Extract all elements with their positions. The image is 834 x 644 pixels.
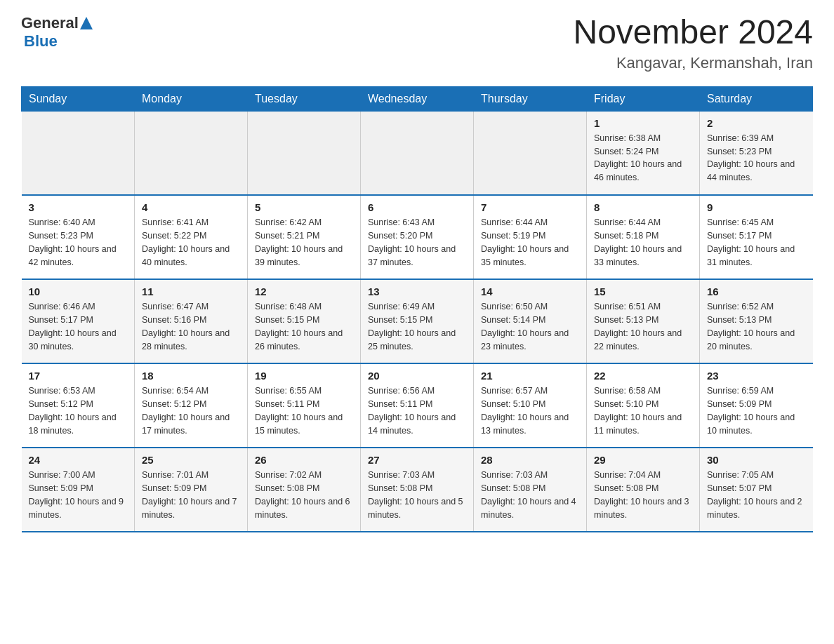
calendar-cell: 7Sunrise: 6:44 AM Sunset: 5:19 PM Daylig… [474,195,587,279]
day-number: 30 [707,454,806,466]
logo-general-text: General [21,14,79,32]
calendar-cell: 15Sunrise: 6:51 AM Sunset: 5:13 PM Dayli… [587,279,700,363]
calendar-table: SundayMondayTuesdayWednesdayThursdayFrid… [21,86,813,533]
calendar-cell: 18Sunrise: 6:54 AM Sunset: 5:12 PM Dayli… [135,363,248,448]
calendar-cell: 4Sunrise: 6:41 AM Sunset: 5:22 PM Daylig… [135,195,248,279]
day-number: 11 [142,286,240,297]
svg-marker-0 [80,17,93,29]
day-info: Sunrise: 6:57 AM Sunset: 5:10 PM Dayligh… [481,384,579,437]
day-number: 6 [368,201,466,213]
calendar-cell: 9Sunrise: 6:45 AM Sunset: 5:17 PM Daylig… [700,195,813,279]
calendar-cell: 5Sunrise: 6:42 AM Sunset: 5:21 PM Daylig… [248,195,361,279]
calendar-header: SundayMondayTuesdayWednesdayThursdayFrid… [22,86,813,111]
day-info: Sunrise: 6:44 AM Sunset: 5:19 PM Dayligh… [481,216,579,269]
calendar-cell: 28Sunrise: 7:03 AM Sunset: 5:08 PM Dayli… [474,448,587,532]
day-info: Sunrise: 6:41 AM Sunset: 5:22 PM Dayligh… [142,216,240,269]
day-number: 7 [481,201,579,213]
calendar-cell: 22Sunrise: 6:58 AM Sunset: 5:10 PM Dayli… [587,363,700,448]
calendar-cell: 19Sunrise: 6:55 AM Sunset: 5:11 PM Dayli… [248,363,361,448]
day-info: Sunrise: 6:46 AM Sunset: 5:17 PM Dayligh… [29,300,128,353]
day-number: 18 [142,370,240,382]
day-info: Sunrise: 6:44 AM Sunset: 5:18 PM Dayligh… [594,216,692,269]
calendar-week-row: 17Sunrise: 6:53 AM Sunset: 5:12 PM Dayli… [22,363,813,448]
day-number: 22 [594,370,692,382]
day-number: 5 [255,201,353,213]
calendar-cell: 29Sunrise: 7:04 AM Sunset: 5:08 PM Dayli… [587,448,700,532]
calendar-cell: 21Sunrise: 6:57 AM Sunset: 5:10 PM Dayli… [474,363,587,448]
calendar-cell [474,111,587,195]
day-number: 15 [594,286,692,297]
day-info: Sunrise: 6:58 AM Sunset: 5:10 PM Dayligh… [594,384,692,437]
calendar-cell: 8Sunrise: 6:44 AM Sunset: 5:18 PM Daylig… [587,195,700,279]
day-info: Sunrise: 6:45 AM Sunset: 5:17 PM Dayligh… [707,216,806,269]
calendar-cell [248,111,361,195]
day-info: Sunrise: 6:39 AM Sunset: 5:23 PM Dayligh… [707,132,806,185]
weekday-header-wednesday: Wednesday [361,86,474,111]
location-subtitle: Kangavar, Kermanshah, Iran [573,54,813,72]
day-number: 28 [481,454,579,466]
day-number: 16 [707,286,806,297]
day-number: 20 [368,370,466,382]
day-info: Sunrise: 6:56 AM Sunset: 5:11 PM Dayligh… [368,384,466,437]
day-info: Sunrise: 6:51 AM Sunset: 5:13 PM Dayligh… [594,300,692,353]
day-number: 9 [707,201,806,213]
day-number: 21 [481,370,579,382]
calendar-cell: 3Sunrise: 6:40 AM Sunset: 5:23 PM Daylig… [22,195,135,279]
day-number: 27 [368,454,466,466]
calendar-cell: 20Sunrise: 6:56 AM Sunset: 5:11 PM Dayli… [361,363,474,448]
weekday-header-monday: Monday [135,86,248,111]
calendar-cell: 6Sunrise: 6:43 AM Sunset: 5:20 PM Daylig… [361,195,474,279]
day-info: Sunrise: 7:02 AM Sunset: 5:08 PM Dayligh… [255,469,353,521]
day-info: Sunrise: 6:43 AM Sunset: 5:20 PM Dayligh… [368,216,466,269]
weekday-header-friday: Friday [587,86,700,111]
calendar-cell [361,111,474,195]
calendar-week-row: 3Sunrise: 6:40 AM Sunset: 5:23 PM Daylig… [22,195,813,279]
day-number: 12 [255,286,353,297]
calendar-cell: 27Sunrise: 7:03 AM Sunset: 5:08 PM Dayli… [361,448,474,532]
day-number: 26 [255,454,353,466]
calendar-cell: 14Sunrise: 6:50 AM Sunset: 5:14 PM Dayli… [474,279,587,363]
calendar-cell: 13Sunrise: 6:49 AM Sunset: 5:15 PM Dayli… [361,279,474,363]
weekday-header-row: SundayMondayTuesdayWednesdayThursdayFrid… [22,86,813,111]
month-year-title: November 2024 [573,14,813,51]
day-number: 2 [707,117,806,129]
day-number: 10 [29,286,128,297]
day-number: 17 [29,370,128,382]
day-number: 29 [594,454,692,466]
day-info: Sunrise: 6:40 AM Sunset: 5:23 PM Dayligh… [29,216,128,269]
day-info: Sunrise: 6:47 AM Sunset: 5:16 PM Dayligh… [142,300,240,353]
day-number: 14 [481,286,579,297]
calendar-week-row: 24Sunrise: 7:00 AM Sunset: 5:09 PM Dayli… [22,448,813,532]
day-number: 24 [29,454,128,466]
calendar-cell: 24Sunrise: 7:00 AM Sunset: 5:09 PM Dayli… [22,448,135,532]
day-number: 13 [368,286,466,297]
day-info: Sunrise: 6:55 AM Sunset: 5:11 PM Dayligh… [255,384,353,437]
calendar-body: 1Sunrise: 6:38 AM Sunset: 5:24 PM Daylig… [22,111,813,532]
day-info: Sunrise: 6:42 AM Sunset: 5:21 PM Dayligh… [255,216,353,269]
day-info: Sunrise: 7:04 AM Sunset: 5:08 PM Dayligh… [594,469,692,521]
day-info: Sunrise: 7:00 AM Sunset: 5:09 PM Dayligh… [29,469,128,521]
calendar-week-row: 1Sunrise: 6:38 AM Sunset: 5:24 PM Daylig… [22,111,813,195]
day-number: 19 [255,370,353,382]
day-number: 8 [594,201,692,213]
day-number: 3 [29,201,128,213]
day-info: Sunrise: 7:01 AM Sunset: 5:09 PM Dayligh… [142,469,240,521]
weekday-header-tuesday: Tuesday [248,86,361,111]
calendar-week-row: 10Sunrise: 6:46 AM Sunset: 5:17 PM Dayli… [22,279,813,363]
day-info: Sunrise: 7:05 AM Sunset: 5:07 PM Dayligh… [707,469,806,521]
day-info: Sunrise: 7:03 AM Sunset: 5:08 PM Dayligh… [481,469,579,521]
calendar-cell: 26Sunrise: 7:02 AM Sunset: 5:08 PM Dayli… [248,448,361,532]
day-info: Sunrise: 6:54 AM Sunset: 5:12 PM Dayligh… [142,384,240,437]
calendar-cell: 17Sunrise: 6:53 AM Sunset: 5:12 PM Dayli… [22,363,135,448]
weekday-header-thursday: Thursday [474,86,587,111]
day-number: 1 [594,117,692,129]
day-number: 25 [142,454,240,466]
day-number: 23 [707,370,806,382]
calendar-cell: 2Sunrise: 6:39 AM Sunset: 5:23 PM Daylig… [700,111,813,195]
calendar-cell: 1Sunrise: 6:38 AM Sunset: 5:24 PM Daylig… [587,111,700,195]
calendar-cell [135,111,248,195]
calendar-cell [22,111,135,195]
weekday-header-saturday: Saturday [700,86,813,111]
calendar-cell: 11Sunrise: 6:47 AM Sunset: 5:16 PM Dayli… [135,279,248,363]
calendar-cell: 25Sunrise: 7:01 AM Sunset: 5:09 PM Dayli… [135,448,248,532]
